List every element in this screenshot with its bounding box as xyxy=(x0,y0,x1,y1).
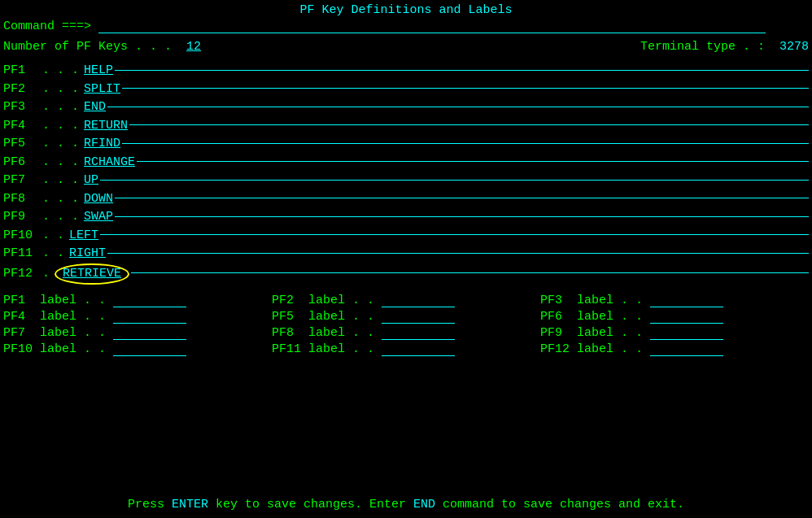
pf-key-label: PF10 xyxy=(3,227,42,246)
label-word: label xyxy=(40,326,76,340)
label-word: label xyxy=(577,310,613,324)
pf-trailing-line xyxy=(131,272,809,273)
label-input[interactable] xyxy=(650,342,723,356)
label-row: PF7 label . . PF8 label . . PF9 label . … xyxy=(3,325,809,340)
command-line: Command ===> xyxy=(3,19,809,33)
label-word: label xyxy=(577,294,613,307)
label-dots: . . xyxy=(352,294,374,307)
pf-circled-value: RETRIEVE xyxy=(55,263,129,285)
pf-dots: . . . xyxy=(42,98,79,117)
terminal-type-label: Terminal type . : xyxy=(640,40,765,54)
command-label: Command ===> xyxy=(3,20,91,33)
label-word: label xyxy=(308,326,345,340)
label-dots: . . xyxy=(352,310,374,324)
label-row: PF1 label . . PF2 label . . PF3 label . … xyxy=(3,293,809,307)
label-word: label xyxy=(308,342,345,356)
pf-key-label: PF2 xyxy=(3,81,42,99)
pf-key-row: PF1. . .HELP xyxy=(3,62,809,81)
label-word: label xyxy=(577,342,613,356)
label-key: PF5 xyxy=(272,310,301,324)
label-group: PF9 label . . xyxy=(540,325,802,340)
pf-count-value[interactable]: 12 xyxy=(186,40,201,54)
pf-keys-section: PF1. . .HELPPF2. . .SPLITPF3. . .ENDPF4.… xyxy=(3,62,809,285)
enter-keyword: ENTER xyxy=(172,498,208,511)
pf-dots: . . . xyxy=(42,154,79,172)
label-input[interactable] xyxy=(650,325,723,340)
label-input[interactable] xyxy=(650,293,723,307)
label-input[interactable] xyxy=(382,293,455,307)
label-dots: . . xyxy=(621,342,643,356)
label-key: PF6 xyxy=(540,310,570,324)
label-key: PF12 xyxy=(540,342,570,356)
pf-key-label: PF11 xyxy=(3,245,42,263)
pf-trailing-line xyxy=(107,107,809,107)
label-word: label xyxy=(40,294,76,307)
label-input[interactable] xyxy=(113,309,186,324)
label-key: PF1 xyxy=(3,294,33,307)
label-word: label xyxy=(577,326,613,340)
label-dots: . . xyxy=(352,342,374,356)
pf-key-row: PF6. . .RCHANGE xyxy=(3,154,809,172)
label-input[interactable] xyxy=(382,342,455,356)
pf-key-label: PF4 xyxy=(3,117,42,136)
label-word: label xyxy=(40,310,76,324)
pf-dots: . . . xyxy=(42,81,79,99)
label-dots: . . xyxy=(621,310,643,324)
label-input[interactable] xyxy=(113,293,186,307)
pf-count-line: Number of PF Keys . . . 12 Terminal type… xyxy=(3,40,809,54)
pf-value: RIGHT xyxy=(69,245,106,263)
pf-key-label: PF7 xyxy=(3,172,42,190)
pf-value: LEFT xyxy=(69,227,98,246)
label-input[interactable] xyxy=(382,325,455,340)
label-dots: . . xyxy=(84,310,106,324)
label-word: label xyxy=(308,294,345,307)
label-input[interactable] xyxy=(113,342,186,356)
label-input[interactable] xyxy=(650,309,723,324)
command-input[interactable] xyxy=(98,19,766,33)
label-key: PF10 xyxy=(3,342,33,356)
label-row: PF4 label . . PF5 label . . PF6 label . … xyxy=(3,309,809,324)
label-group: PF3 label . . xyxy=(540,293,802,307)
terminal-type-value: 3278 xyxy=(779,40,809,54)
pf-value: DOWN xyxy=(84,190,113,209)
pf-dots: . . . xyxy=(42,190,79,209)
label-key: PF2 xyxy=(272,294,301,307)
label-group: PF4 label . . xyxy=(3,309,265,324)
pf-key-row: PF8. . .DOWN xyxy=(3,190,809,209)
label-group: PF2 label . . xyxy=(272,293,534,307)
pf-key-label: PF3 xyxy=(3,98,42,117)
label-section: PF1 label . . PF2 label . . PF3 label . … xyxy=(3,293,809,356)
label-key: PF7 xyxy=(3,326,33,340)
pf-dots: . . xyxy=(42,245,64,263)
label-group: PF11 label . . xyxy=(272,342,534,356)
pf-key-row: PF9. . .SWAP xyxy=(3,208,809,227)
pf-dots: . . . xyxy=(42,135,79,154)
label-group: PF7 label . . xyxy=(3,325,265,340)
label-group: PF1 label . . xyxy=(3,293,265,307)
bottom-message: Press ENTER key to save changes. Enter E… xyxy=(0,498,812,511)
label-group: PF6 label . . xyxy=(540,309,802,324)
label-input[interactable] xyxy=(113,325,186,340)
pf-key-row: PF3. . .END xyxy=(3,98,809,117)
label-dots: . . xyxy=(621,326,643,340)
pf-dots: . . . xyxy=(42,117,79,136)
pf-trailing-line xyxy=(107,253,809,254)
label-dots: . . xyxy=(621,294,643,307)
label-dots: . . xyxy=(84,326,106,340)
pf-trailing-line xyxy=(129,124,809,125)
label-group: PF5 label . . xyxy=(272,309,534,324)
pf-key-row: PF2. . .SPLIT xyxy=(3,81,809,99)
pf-value: SPLIT xyxy=(84,81,120,99)
pf-value: HELP xyxy=(84,62,113,81)
label-input[interactable] xyxy=(382,309,455,324)
pf-trailing-line xyxy=(100,180,809,181)
pf-dots: . . . xyxy=(42,172,79,190)
pf-trailing-line xyxy=(137,161,809,162)
pf-dots: . . . xyxy=(42,62,79,81)
label-dots: . . xyxy=(84,342,106,356)
pf-key-row: PF4. . .RETURN xyxy=(3,117,809,136)
pf-key-label: PF9 xyxy=(3,208,42,227)
label-key: PF8 xyxy=(272,326,301,340)
pf-key-label: PF1 xyxy=(3,62,42,81)
pf-value: RFIND xyxy=(84,135,120,154)
